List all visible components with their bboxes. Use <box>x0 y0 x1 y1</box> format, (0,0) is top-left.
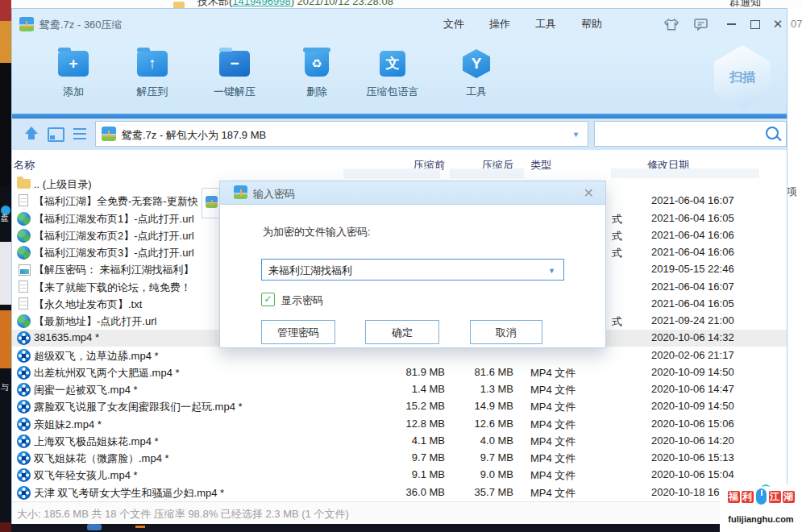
password-input[interactable]: 来福利江湖找福利 ▼ <box>261 259 564 281</box>
size-before: 81.9 MB <box>351 366 445 378</box>
menu-item-帮助[interactable]: 帮助 <box>581 17 602 31</box>
folder-plus-icon: + <box>58 51 89 77</box>
qq-number-link[interactable]: 1419496998 <box>232 0 290 7</box>
search-icon[interactable] <box>766 127 779 139</box>
table-row[interactable]: 露脸双飞说服了女友闺蜜跟我们一起玩.mp4 *15.2 MB14.9 MBMP4… <box>12 398 787 415</box>
size-before: 9.1 MB <box>351 468 445 480</box>
menu-bar: 文件操作工具帮助 <box>443 17 627 31</box>
text-icon <box>19 194 28 206</box>
skin-shirt-icon[interactable] <box>663 16 679 32</box>
toolbar-button-label: 添加 <box>35 85 112 99</box>
modified-date: 2020-10-09 14:50 <box>651 366 734 378</box>
minimize-button[interactable] <box>723 16 739 32</box>
dialog-title-bar: 输入密码 ✕ <box>220 181 605 205</box>
list-view-icon[interactable] <box>72 128 86 139</box>
modified-date: 2021-09-24 21:00 <box>651 314 734 326</box>
table-row[interactable]: 上海双飞极品姐妹花.mp4 *4.1 MB4.0 MBMP4 文件2020-10… <box>12 433 787 450</box>
file-name: 【福利江湖】全免费-无套路-更新快 <box>34 194 198 209</box>
feedback-comment-icon[interactable] <box>692 16 709 32</box>
watermark: 福利江湖 fulijianghu.com <box>720 484 802 532</box>
file-type: MP4 文件 <box>530 400 576 414</box>
modified-date: 2021-06-04 16:07 <box>651 281 734 293</box>
menu-item-工具[interactable]: 工具 <box>535 17 556 31</box>
toolbar-button-删除[interactable]: ♻删除 <box>278 46 355 99</box>
mp4-icon <box>17 486 31 500</box>
globe-icon <box>17 246 31 260</box>
table-row[interactable]: 双飞姐妹花（微露脸）.mp4 *9.7 MB9.7 MBMP4 文件2020-1… <box>12 450 787 467</box>
toolbar-button-工具[interactable]: Y工具 <box>438 46 515 99</box>
mp4-icon <box>17 383 31 397</box>
left-strip-char: 与 <box>1 382 9 393</box>
mp4-icon <box>17 468 31 482</box>
file-name: 【永久地址发布页】.txt <box>34 297 142 312</box>
dialog-close-icon[interactable]: ✕ <box>584 185 594 201</box>
dialog-title: 输入密码 <box>253 187 295 202</box>
toolbar-button-压缩包语言[interactable]: 文压缩包语言 <box>354 46 431 99</box>
text-icon <box>19 281 28 293</box>
table-row[interactable]: 超级双飞，边草边舔.mp4 *2020-02-06 21:17 <box>12 347 787 364</box>
trash-icon: ♻ <box>305 51 329 77</box>
archive-path-combobox[interactable]: 鸳鸯.7z - 解包大小为 187.9 MB ▼ <box>95 121 588 147</box>
search-input[interactable] <box>594 121 787 147</box>
size-before: 12.8 MB <box>351 418 445 430</box>
preview-pane-icon[interactable] <box>48 127 64 142</box>
size-before: 15.2 MB <box>351 400 445 412</box>
mp4-icon <box>17 400 31 414</box>
modified-date: 2020-10-06 15:06 <box>651 418 734 430</box>
file-name: 【最新地址】-点此打开.url <box>34 314 156 329</box>
table-row[interactable]: 亲姐妹2.mp4 *12.8 MB12.6 MBMP4 文件2020-10-06… <box>12 416 787 433</box>
cancel-button[interactable]: 取消 <box>470 320 542 344</box>
menu-item-文件[interactable]: 文件 <box>443 17 464 31</box>
chevron-down-icon[interactable]: ▼ <box>572 131 580 139</box>
file-name: 【福利江湖发布页1】-点此打开.url <box>34 212 194 227</box>
close-button[interactable]: ✕ <box>770 16 786 32</box>
toolbar-button-label: 工具 <box>438 85 515 99</box>
app-zip-icon <box>19 17 34 31</box>
file-name: 露脸双飞说服了女友闺蜜跟我们一起玩.mp4 * <box>34 400 243 414</box>
modified-date: 2020-10-06 15:13 <box>651 451 734 463</box>
size-before: 4.1 MB <box>351 434 445 447</box>
modified-date: 2020-10-06 15:04 <box>651 468 734 480</box>
title-bar: 鸳鸯.7z - 360压缩 文件操作工具帮助 ✕ <box>12 9 787 39</box>
menu-item-操作[interactable]: 操作 <box>489 17 510 31</box>
taskbar-accent <box>135 526 145 528</box>
show-password-checkbox[interactable]: ✓ <box>261 293 275 306</box>
go-up-icon[interactable] <box>23 126 39 142</box>
maximize-button[interactable] <box>747 16 763 32</box>
toolbar-button-添加[interactable]: +添加 <box>35 46 112 99</box>
taskbar-icon <box>87 524 102 530</box>
table-row[interactable]: 出差杭州双飞两个大肥逼.mp4 *81.9 MB81.6 MBMP4 文件202… <box>12 364 787 381</box>
size-after: 14.9 MB <box>451 400 513 412</box>
scan-badge[interactable]: 扫描 <box>714 45 771 110</box>
app-zip-icon <box>206 196 218 208</box>
ok-button[interactable]: 确定 <box>365 320 439 344</box>
table-row[interactable]: 闺蜜一起被双飞.mp4 *1.4 MB1.3 MBMP4 文件2020-10-0… <box>12 381 787 398</box>
size-before: 1.4 MB <box>351 383 445 395</box>
mp4-icon <box>17 349 31 363</box>
size-after: 12.6 MB <box>451 418 513 430</box>
watermark-char: 福 <box>728 491 740 503</box>
size-after: 81.6 MB <box>451 366 513 378</box>
manage-passwords-button[interactable]: 管理密码 <box>261 320 335 344</box>
column-header-name[interactable]: 名称 <box>14 158 35 172</box>
column-header-type[interactable]: 类型 <box>530 158 551 172</box>
toolbar-button-label: 解压到 <box>114 85 191 99</box>
background-dialog-fragment <box>202 188 220 218</box>
size-before: 36.0 MB <box>351 486 445 498</box>
file-name: 381635.mp4 * <box>34 331 99 343</box>
toolbar-button-解压到[interactable]: ↑解压到 <box>114 46 191 99</box>
table-row[interactable]: 天津 双飞考研女大学生和骚逼少妇.mp4 *36.0 MB35.7 MBMP4 … <box>12 484 787 501</box>
screen: 盘 与 技术部(1419496998) 2021/10/12 23:28:08 … <box>0 0 802 532</box>
modified-date: 2020-10-09 14:50 <box>651 400 734 412</box>
file-name: 超级双飞，边草边舔.mp4 * <box>34 349 159 364</box>
file-type: MP4 文件 <box>530 434 576 449</box>
modified-date: 2020-10-06 14:32 <box>651 331 734 343</box>
file-name: 闺蜜一起被双飞.mp4 * <box>34 383 138 397</box>
password-prompt: 为加密的文件输入密码: <box>263 225 371 239</box>
chevron-down-icon[interactable]: ▼ <box>548 267 555 275</box>
mp4-icon <box>17 331 31 345</box>
toolbar-button-一键解压[interactable]: −一键解压 <box>196 46 273 99</box>
table-row[interactable]: 双飞年轻女孩儿.mp4 *9.1 MB9.0 MBMP4 文件2020-10-0… <box>12 467 787 484</box>
background-left-strip: 盘 与 <box>0 0 11 532</box>
password-value: 来福利江湖找福利 <box>268 264 352 278</box>
